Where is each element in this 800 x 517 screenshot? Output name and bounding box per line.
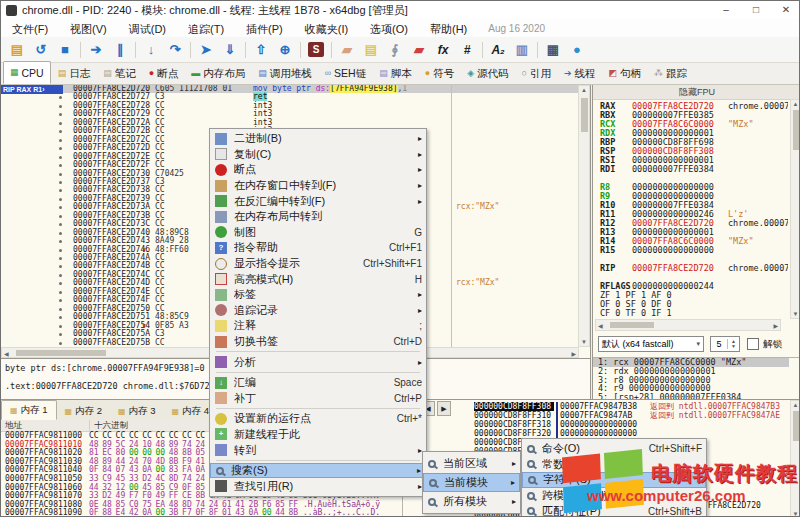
menu-item[interactable]: 调试(D) bbox=[118, 23, 177, 35]
menu-item-显示指令提示[interactable]: 显示指令提示Ctrl+Shift+F1 bbox=[210, 256, 426, 272]
scroll-down-icon[interactable]: ▼ bbox=[791, 311, 800, 317]
breakpoint-dot-icon[interactable] bbox=[59, 265, 62, 268]
breakpoint-dot-icon[interactable] bbox=[59, 342, 62, 345]
scroll-thumb[interactable] bbox=[610, 322, 654, 328]
minimize-button[interactable]: – bbox=[711, 1, 741, 19]
breakpoint-dot-icon[interactable] bbox=[59, 325, 62, 328]
menu-item-匹配特征(P)[interactable]: 匹配特征(P)Ctrl+Shift+B bbox=[522, 503, 706, 517]
dump-tab-内存 2[interactable]: ▦内存 2 bbox=[57, 402, 111, 420]
breakpoint-dot-icon[interactable] bbox=[59, 299, 62, 302]
breakpoint-dot-icon[interactable] bbox=[59, 139, 62, 142]
stack-row[interactable]: 000000CD8F8FF3180000000000000000 bbox=[403, 420, 800, 429]
menu-item-命令(O)[interactable]: 命令(O)Ctrl+Shift+F bbox=[522, 441, 706, 457]
breakpoint-dot-icon[interactable] bbox=[59, 189, 62, 192]
scroll-down-icon[interactable]: ▼ bbox=[791, 511, 800, 517]
menu-item-字符串(S)[interactable]: 字符串(S) bbox=[522, 472, 706, 488]
stack-row[interactable]: 000000CD8F8FF3200000000000000000 bbox=[403, 429, 800, 438]
scroll-thumb[interactable] bbox=[793, 411, 799, 441]
attach-icon[interactable]: ⊕ bbox=[273, 40, 297, 60]
breakpoint-dot-icon[interactable] bbox=[59, 274, 62, 277]
menu-item-当前模块[interactable]: 当前模块▸ bbox=[423, 473, 520, 492]
breakpoint-dot-icon[interactable] bbox=[59, 291, 62, 294]
scroll-left-icon[interactable]: ◀ bbox=[4, 350, 9, 357]
paperclip-icon[interactable]: ∮ bbox=[383, 40, 407, 60]
scroll-up-icon[interactable]: ▲ bbox=[579, 87, 589, 93]
tab-笔记[interactable]: ▤笔记 bbox=[97, 63, 142, 84]
scroll-up-icon[interactable]: ▲ bbox=[791, 101, 800, 107]
breakpoint-dot-icon[interactable] bbox=[59, 156, 62, 159]
calculator-icon[interactable]: ▦ bbox=[541, 40, 565, 60]
breakpoint-dot-icon[interactable] bbox=[59, 198, 62, 201]
disassembly-vertical-scrollbar[interactable]: ▲ ▼ bbox=[578, 85, 590, 347]
tab-断点[interactable]: ●断点 bbox=[143, 63, 184, 84]
tab-SEH链[interactable]: ∞SEH链 bbox=[319, 63, 373, 84]
breakpoint-dot-icon[interactable] bbox=[59, 223, 62, 226]
menu-item-制图[interactable]: 制图G bbox=[210, 225, 426, 241]
run-to-user-code-icon[interactable]: ➤ bbox=[194, 40, 218, 60]
menu-item-查找引用(R)[interactable]: 查找引用(R)▸ bbox=[210, 478, 426, 494]
expression-fx-icon[interactable]: fx bbox=[431, 40, 455, 60]
breakpoint-dot-icon[interactable] bbox=[59, 257, 62, 260]
eraser-icon[interactable]: ▰ bbox=[407, 40, 431, 60]
menu-item-标签[interactable]: 标签▸ bbox=[210, 287, 426, 303]
menu-item-在反汇编中转到(F)[interactable]: 在反汇编中转到(F)▸ bbox=[210, 193, 426, 209]
register-row[interactable]: RIP00007FFA8CE2D720chrome.00007 bbox=[593, 264, 789, 273]
step-over-icon[interactable]: ↷ bbox=[163, 40, 187, 60]
unlock-checkbox[interactable] bbox=[747, 338, 759, 350]
tab-符号[interactable]: ●符号 bbox=[419, 63, 460, 84]
menu-item-二进制(B)[interactable]: 二进制(B)▸ bbox=[210, 131, 426, 147]
menu-item-设置新的运行点[interactable]: 设置新的运行点Ctrl+* bbox=[210, 411, 426, 427]
tab-句柄[interactable]: ◩句柄 bbox=[603, 63, 648, 84]
menu-item-注释[interactable]: 注释; bbox=[210, 318, 426, 334]
menu-item-切换书签[interactable]: 切换书签Ctrl+D bbox=[210, 334, 426, 350]
breakpoint-dot-icon[interactable] bbox=[59, 240, 62, 243]
tab-跟踪[interactable]: ⁂跟踪 bbox=[648, 63, 693, 84]
stack-row[interactable]: 000000CD8F8FF30800007FFAC9847B38返回到 ntdl… bbox=[403, 402, 800, 411]
scroll-up-icon[interactable]: ▲ bbox=[791, 402, 800, 408]
menu-item-新建线程于此[interactable]: +新建线程于此 bbox=[210, 427, 426, 443]
stop-icon[interactable]: ■ bbox=[53, 40, 77, 60]
maximize-button[interactable]: □ bbox=[741, 1, 771, 19]
breakpoint-dot-icon[interactable] bbox=[59, 333, 62, 336]
stack-vertical-scrollbar[interactable]: ▲ ▼ bbox=[790, 400, 800, 517]
menu-item-在内存窗口中转到(F)[interactable]: 在内存窗口中转到(F)▸ bbox=[210, 178, 426, 194]
stack-next-button[interactable]: ▶ bbox=[437, 401, 451, 416]
menu-item-转到[interactable]: 转到▸ bbox=[210, 442, 426, 458]
tab-内存布局[interactable]: ▬内存布局 bbox=[185, 63, 251, 84]
scroll-right-icon[interactable]: ▶ bbox=[571, 350, 576, 357]
menu-item-补丁[interactable]: 补丁Ctrl+P bbox=[210, 391, 426, 407]
menu-item[interactable]: 选项(O) bbox=[359, 23, 419, 35]
spinner-arrows-icon[interactable]: ▲▼ bbox=[727, 339, 739, 349]
menu-item-分析[interactable]: 分析▸ bbox=[210, 354, 426, 370]
comment-icon[interactable]: ▤ bbox=[359, 40, 383, 60]
menu-item-断点[interactable]: 断点▸ bbox=[210, 162, 426, 178]
modify-value-icon[interactable]: ▥ bbox=[510, 40, 534, 60]
menu-item-汇编[interactable]: ↓汇编Space bbox=[210, 375, 426, 391]
menu-item[interactable]: 视图(V) bbox=[59, 23, 118, 35]
tab-引用[interactable]: ○引用 bbox=[516, 63, 557, 84]
menu-item[interactable]: 收藏夹(I) bbox=[294, 23, 359, 35]
breakpoint-dot-icon[interactable] bbox=[59, 96, 62, 99]
calling-convention-select[interactable]: 默认 (x64 fastcall) ▾ bbox=[598, 336, 704, 352]
breakpoint-dot-icon[interactable] bbox=[59, 308, 62, 311]
register-row[interactable]: CF 0 TF 0 IF 1 bbox=[593, 309, 789, 318]
menu-item[interactable]: 追踪(T) bbox=[177, 23, 235, 35]
breakpoint-dot-icon[interactable] bbox=[59, 122, 62, 125]
breakpoint-dot-icon[interactable] bbox=[59, 232, 62, 235]
scroll-left-icon[interactable]: ◀ bbox=[598, 322, 603, 329]
breakpoint-dot-icon[interactable] bbox=[59, 249, 62, 252]
pause-icon[interactable]: ∥ bbox=[108, 40, 132, 60]
scroll-thumb[interactable] bbox=[581, 98, 588, 132]
breakpoint-dot-icon[interactable] bbox=[59, 147, 62, 150]
breakpoint-dot-icon[interactable] bbox=[59, 316, 62, 319]
register-row[interactable]: R150000000000000000 bbox=[593, 246, 789, 255]
scroll-down-icon[interactable]: ▼ bbox=[579, 339, 589, 345]
register-row[interactable]: RDI000000007FFE0384 bbox=[593, 165, 789, 174]
menu-item-所有模块[interactable]: 所有模块▸ bbox=[423, 492, 520, 511]
scroll-thumb[interactable] bbox=[16, 350, 106, 356]
menu-item-在内存布局中转到[interactable]: 在内存布局中转到 bbox=[210, 209, 426, 225]
open-file-icon[interactable]: ▤ bbox=[5, 40, 29, 60]
scroll-right-icon[interactable]: ▶ bbox=[773, 322, 778, 329]
hide-fpu-button[interactable]: 隐藏FPU bbox=[593, 85, 800, 100]
patch-icon[interactable]: ▰ bbox=[335, 40, 359, 60]
